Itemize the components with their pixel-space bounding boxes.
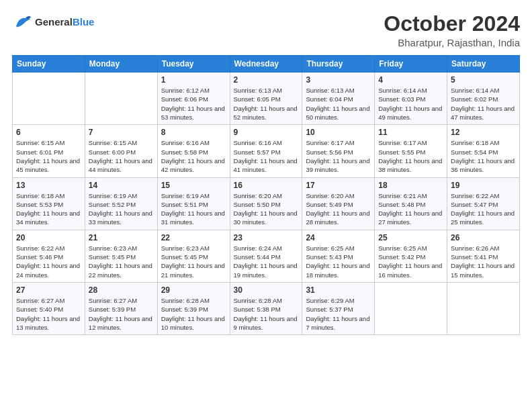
calendar-week-2: 6Sunrise: 6:15 AM Sunset: 6:01 PM Daylig… bbox=[13, 125, 520, 177]
day-number: 14 bbox=[89, 181, 154, 190]
day-number: 18 bbox=[378, 181, 443, 190]
day-info: Sunrise: 6:21 AM Sunset: 5:48 PM Dayligh… bbox=[378, 191, 443, 227]
calendar-cell: 27Sunrise: 6:27 AM Sunset: 5:40 PM Dayli… bbox=[13, 282, 85, 334]
day-info: Sunrise: 6:20 AM Sunset: 5:50 PM Dayligh… bbox=[234, 191, 299, 227]
day-info: Sunrise: 6:26 AM Sunset: 5:41 PM Dayligh… bbox=[451, 244, 516, 279]
calendar-cell: 30Sunrise: 6:28 AM Sunset: 5:38 PM Dayli… bbox=[230, 282, 302, 334]
weekday-header-tuesday: Tuesday bbox=[157, 56, 230, 73]
day-info: Sunrise: 6:17 AM Sunset: 5:56 PM Dayligh… bbox=[306, 138, 371, 174]
day-number: 3 bbox=[306, 75, 371, 85]
calendar-cell: 26Sunrise: 6:26 AM Sunset: 5:41 PM Dayli… bbox=[447, 230, 520, 282]
day-info: Sunrise: 6:20 AM Sunset: 5:49 PM Dayligh… bbox=[306, 191, 371, 227]
day-number: 7 bbox=[89, 128, 154, 137]
header: General Blue October 2024 Bharatpur, Raj… bbox=[12, 12, 520, 48]
calendar-week-5: 27Sunrise: 6:27 AM Sunset: 5:40 PM Dayli… bbox=[13, 282, 520, 334]
calendar-cell: 23Sunrise: 6:24 AM Sunset: 5:44 PM Dayli… bbox=[230, 230, 302, 282]
calendar-cell: 17Sunrise: 6:20 AM Sunset: 5:49 PM Dayli… bbox=[302, 177, 375, 230]
calendar-week-1: 1Sunrise: 6:12 AM Sunset: 6:06 PM Daylig… bbox=[13, 73, 520, 125]
day-number: 24 bbox=[306, 233, 371, 242]
calendar-cell: 11Sunrise: 6:17 AM Sunset: 5:55 PM Dayli… bbox=[375, 125, 447, 177]
title-area: October 2024 Bharatpur, Rajasthan, India bbox=[384, 12, 520, 48]
day-info: Sunrise: 6:15 AM Sunset: 6:00 PM Dayligh… bbox=[89, 138, 154, 174]
day-info: Sunrise: 6:17 AM Sunset: 5:55 PM Dayligh… bbox=[378, 138, 443, 174]
calendar-cell: 2Sunrise: 6:13 AM Sunset: 6:05 PM Daylig… bbox=[230, 73, 302, 125]
day-number: 30 bbox=[234, 285, 299, 295]
calendar-week-4: 20Sunrise: 6:22 AM Sunset: 5:46 PM Dayli… bbox=[13, 230, 520, 282]
weekday-header-row: SundayMondayTuesdayWednesdayThursdayFrid… bbox=[13, 56, 520, 73]
day-info: Sunrise: 6:27 AM Sunset: 5:40 PM Dayligh… bbox=[16, 296, 81, 332]
day-number: 9 bbox=[234, 128, 299, 137]
day-number: 1 bbox=[161, 75, 226, 85]
day-number: 23 bbox=[234, 233, 299, 242]
logo-general: General bbox=[35, 17, 73, 28]
day-number: 11 bbox=[378, 128, 443, 137]
logo-icon bbox=[12, 12, 32, 32]
day-info: Sunrise: 6:29 AM Sunset: 5:37 PM Dayligh… bbox=[306, 296, 371, 332]
calendar-week-3: 13Sunrise: 6:18 AM Sunset: 5:53 PM Dayli… bbox=[13, 177, 520, 230]
day-number: 27 bbox=[16, 285, 81, 295]
weekday-header-saturday: Saturday bbox=[447, 56, 520, 73]
day-number: 20 bbox=[16, 233, 81, 242]
calendar-cell bbox=[447, 282, 520, 334]
day-number: 5 bbox=[451, 75, 516, 85]
calendar-cell: 15Sunrise: 6:19 AM Sunset: 5:51 PM Dayli… bbox=[157, 177, 230, 230]
calendar-cell: 19Sunrise: 6:22 AM Sunset: 5:47 PM Dayli… bbox=[447, 177, 520, 230]
day-number: 19 bbox=[451, 181, 516, 190]
day-number: 21 bbox=[89, 233, 154, 242]
day-info: Sunrise: 6:24 AM Sunset: 5:44 PM Dayligh… bbox=[234, 244, 299, 279]
day-number: 29 bbox=[161, 285, 226, 295]
day-info: Sunrise: 6:14 AM Sunset: 6:02 PM Dayligh… bbox=[451, 86, 516, 122]
calendar-cell: 24Sunrise: 6:25 AM Sunset: 5:43 PM Dayli… bbox=[302, 230, 375, 282]
calendar-cell: 22Sunrise: 6:23 AM Sunset: 5:45 PM Dayli… bbox=[157, 230, 230, 282]
calendar-cell bbox=[85, 73, 157, 125]
day-number: 8 bbox=[161, 128, 226, 137]
day-info: Sunrise: 6:18 AM Sunset: 5:54 PM Dayligh… bbox=[451, 138, 516, 174]
day-info: Sunrise: 6:25 AM Sunset: 5:43 PM Dayligh… bbox=[306, 244, 371, 279]
day-info: Sunrise: 6:22 AM Sunset: 5:47 PM Dayligh… bbox=[451, 191, 516, 227]
title-month: October 2024 bbox=[384, 12, 520, 36]
calendar-cell: 10Sunrise: 6:17 AM Sunset: 5:56 PM Dayli… bbox=[302, 125, 375, 177]
day-info: Sunrise: 6:13 AM Sunset: 6:05 PM Dayligh… bbox=[234, 86, 299, 122]
day-info: Sunrise: 6:19 AM Sunset: 5:52 PM Dayligh… bbox=[89, 191, 154, 227]
day-info: Sunrise: 6:28 AM Sunset: 5:38 PM Dayligh… bbox=[234, 296, 299, 332]
weekday-header-friday: Friday bbox=[375, 56, 447, 73]
calendar-cell: 28Sunrise: 6:27 AM Sunset: 5:39 PM Dayli… bbox=[85, 282, 157, 334]
calendar-cell: 9Sunrise: 6:16 AM Sunset: 5:57 PM Daylig… bbox=[230, 125, 302, 177]
calendar-cell: 6Sunrise: 6:15 AM Sunset: 6:01 PM Daylig… bbox=[13, 125, 85, 177]
day-number: 4 bbox=[378, 75, 443, 85]
day-number: 22 bbox=[161, 233, 226, 242]
page: General Blue October 2024 Bharatpur, Raj… bbox=[0, 0, 532, 411]
day-info: Sunrise: 6:28 AM Sunset: 5:39 PM Dayligh… bbox=[161, 296, 226, 332]
calendar-cell: 5Sunrise: 6:14 AM Sunset: 6:02 PM Daylig… bbox=[447, 73, 520, 125]
day-number: 6 bbox=[16, 128, 81, 137]
calendar-cell: 13Sunrise: 6:18 AM Sunset: 5:53 PM Dayli… bbox=[13, 177, 85, 230]
day-info: Sunrise: 6:15 AM Sunset: 6:01 PM Dayligh… bbox=[16, 138, 81, 174]
calendar-cell: 12Sunrise: 6:18 AM Sunset: 5:54 PM Dayli… bbox=[447, 125, 520, 177]
logo: General Blue bbox=[12, 12, 94, 32]
calendar-cell: 3Sunrise: 6:13 AM Sunset: 6:04 PM Daylig… bbox=[302, 73, 375, 125]
day-info: Sunrise: 6:14 AM Sunset: 6:03 PM Dayligh… bbox=[378, 86, 443, 122]
day-number: 28 bbox=[89, 285, 154, 295]
title-location: Bharatpur, Rajasthan, India bbox=[384, 37, 520, 48]
calendar-cell: 29Sunrise: 6:28 AM Sunset: 5:39 PM Dayli… bbox=[157, 282, 230, 334]
day-info: Sunrise: 6:16 AM Sunset: 5:57 PM Dayligh… bbox=[234, 138, 299, 174]
day-info: Sunrise: 6:18 AM Sunset: 5:53 PM Dayligh… bbox=[16, 191, 81, 227]
day-number: 26 bbox=[451, 233, 516, 242]
weekday-header-sunday: Sunday bbox=[13, 56, 85, 73]
day-number: 31 bbox=[306, 285, 371, 295]
calendar-cell: 25Sunrise: 6:25 AM Sunset: 5:42 PM Dayli… bbox=[375, 230, 447, 282]
calendar-cell bbox=[13, 73, 85, 125]
day-number: 15 bbox=[161, 181, 226, 190]
weekday-header-thursday: Thursday bbox=[302, 56, 375, 73]
calendar-cell: 18Sunrise: 6:21 AM Sunset: 5:48 PM Dayli… bbox=[375, 177, 447, 230]
day-number: 12 bbox=[451, 128, 516, 137]
day-info: Sunrise: 6:19 AM Sunset: 5:51 PM Dayligh… bbox=[161, 191, 226, 227]
day-number: 10 bbox=[306, 128, 371, 137]
calendar-cell: 1Sunrise: 6:12 AM Sunset: 6:06 PM Daylig… bbox=[157, 73, 230, 125]
logo-blue: Blue bbox=[73, 17, 95, 28]
day-number: 17 bbox=[306, 181, 371, 190]
calendar-cell: 4Sunrise: 6:14 AM Sunset: 6:03 PM Daylig… bbox=[375, 73, 447, 125]
day-info: Sunrise: 6:13 AM Sunset: 6:04 PM Dayligh… bbox=[306, 86, 371, 122]
day-number: 13 bbox=[16, 181, 81, 190]
weekday-header-monday: Monday bbox=[85, 56, 157, 73]
